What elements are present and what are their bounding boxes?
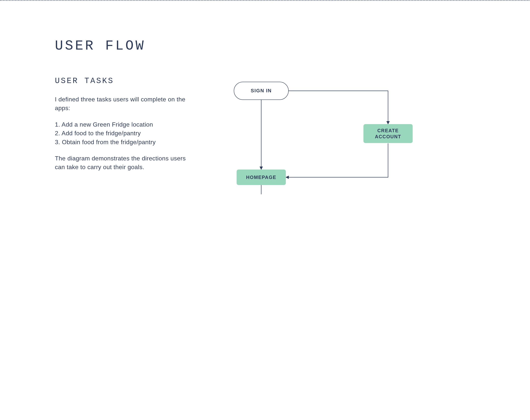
node-homepage: HOMEPAGE	[236, 170, 286, 185]
user-flow-diagram: SIGN IN CREATE ACCOUNT HOMEPAGE ADD LIST…	[55, 76, 477, 194]
node-create-account: CREATE ACCOUNT	[363, 124, 413, 143]
page: USER FLOW USER TASKS I defined three tas…	[0, 2, 530, 194]
page-title: USER FLOW	[55, 38, 475, 54]
node-sign-in: SIGN IN	[234, 82, 289, 100]
decorative-dotted-border	[0, 0, 530, 1]
